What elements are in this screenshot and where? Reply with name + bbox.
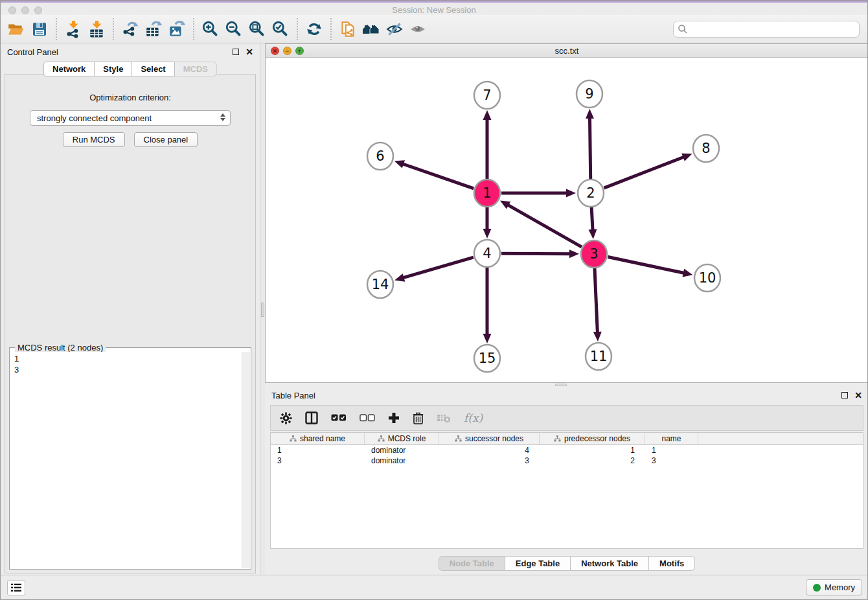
import-table-button[interactable]: [85, 17, 108, 41]
float-panel-icon[interactable]: [233, 49, 239, 55]
tab-mcds[interactable]: MCDS: [175, 62, 217, 76]
splitter-grip[interactable]: [555, 384, 567, 386]
tab-edge-table[interactable]: Edge Table: [505, 556, 571, 571]
export-network-icon: [121, 20, 139, 38]
unselect-all-columns-button[interactable]: [360, 414, 375, 422]
graph-node-15[interactable]: 15: [474, 345, 500, 372]
graph-node-11[interactable]: 11: [586, 343, 611, 370]
select-all-columns-button[interactable]: [331, 414, 347, 422]
zoom-selected-button[interactable]: [269, 17, 292, 41]
graph-edge-2-3[interactable]: [588, 207, 597, 239]
run-mcds-button[interactable]: Run MCDS: [63, 132, 125, 147]
create-column-button[interactable]: [388, 412, 400, 424]
memory-label: Memory: [825, 583, 855, 592]
task-history-button[interactable]: [7, 580, 25, 595]
show-columns-button[interactable]: [305, 411, 318, 424]
mcds-result-scrollbar[interactable]: [242, 352, 250, 568]
graph-node-10[interactable]: 10: [694, 264, 720, 292]
new-network-from-selection-button[interactable]: [336, 17, 360, 41]
tab-network-table[interactable]: Network Table: [571, 556, 649, 571]
tab-motifs[interactable]: Motifs: [649, 556, 695, 571]
table-tabs: Node Table Edge Table Network Table Moti…: [265, 556, 868, 571]
status-bar: Memory: [1, 575, 867, 599]
tab-network[interactable]: Network: [43, 62, 95, 76]
graph-edge-4-3[interactable]: [501, 249, 579, 258]
mcds-result-item[interactable]: 3: [14, 364, 238, 375]
table-row[interactable]: 3dominator323: [271, 456, 863, 466]
search-input[interactable]: [673, 21, 860, 38]
memory-button[interactable]: Memory: [806, 579, 862, 595]
column-header-successor-nodes[interactable]: successor nodes: [439, 433, 540, 444]
open-file-button[interactable]: [5, 17, 28, 41]
graph-edge-4-15[interactable]: [483, 268, 492, 343]
toolbar-separator: [56, 18, 57, 40]
tab-style[interactable]: Style: [95, 62, 132, 76]
graph-node-6[interactable]: 6: [367, 143, 393, 170]
column-header-MCDS-role[interactable]: MCDS role: [365, 433, 439, 444]
save-session-button[interactable]: [28, 17, 51, 41]
graph-node-14[interactable]: 14: [367, 271, 393, 298]
table-cell: 3: [439, 456, 540, 466]
graph-edge-3-1[interactable]: [500, 200, 582, 247]
table-row[interactable]: 1dominator411: [271, 445, 863, 456]
hide-selected-button[interactable]: [383, 17, 406, 41]
graph-edge-2-8[interactable]: [604, 154, 692, 188]
export-network-button[interactable]: [119, 17, 142, 41]
import-table-icon: [87, 20, 106, 38]
criterion-dropdown[interactable]: strongly connected component: [30, 110, 231, 126]
graph-edge-2-9[interactable]: [586, 109, 594, 179]
mcds-result-list[interactable]: 13: [10, 352, 242, 568]
refresh-button[interactable]: [303, 17, 326, 41]
table-settings-button[interactable]: [280, 412, 292, 424]
graph-edge-1-6[interactable]: [394, 160, 474, 189]
graph-node-1[interactable]: 1: [474, 179, 500, 207]
graph-edge-3-11[interactable]: [593, 268, 602, 341]
network-window-titlebar[interactable]: ✕ − + scc.txt: [266, 44, 868, 58]
export-table-button[interactable]: [142, 17, 165, 41]
export-image-button[interactable]: [165, 17, 188, 41]
gear-icon: [280, 412, 292, 424]
zoom-fit-button[interactable]: [246, 17, 269, 41]
graph-node-4[interactable]: 4: [474, 240, 500, 267]
close-panel-icon[interactable]: ✕: [246, 49, 253, 55]
import-network-button[interactable]: [62, 17, 85, 41]
show-all-button[interactable]: [406, 17, 429, 41]
tab-node-table[interactable]: Node Table: [439, 556, 505, 571]
dropdown-stepper-icon: [220, 113, 225, 121]
column-header-shared-name[interactable]: shared name: [271, 433, 365, 444]
graph-edge-1-4[interactable]: [483, 207, 492, 238]
zoom-in-button[interactable]: [199, 17, 222, 41]
export-image-icon: [168, 20, 186, 38]
graph-node-2[interactable]: 2: [578, 179, 604, 207]
graph-edge-1-2[interactable]: [501, 189, 576, 198]
table-cell: 3: [645, 456, 698, 466]
node-label: 6: [376, 148, 384, 164]
column-header-label: predecessor nodes: [564, 434, 630, 443]
graph-edge-1-7[interactable]: [483, 110, 492, 179]
list-icon: [10, 583, 22, 593]
refresh-icon: [305, 20, 323, 38]
tab-select[interactable]: Select: [132, 62, 174, 76]
network-canvas[interactable]: 7968124314101511: [266, 58, 868, 382]
columns-icon: [305, 411, 318, 424]
zoom-selected-icon: [271, 20, 290, 38]
graph-edge-4-14[interactable]: [394, 257, 474, 281]
close-panel-button[interactable]: Close panel: [134, 132, 198, 147]
splitter-grip[interactable]: [261, 303, 264, 317]
graph-edge-3-10[interactable]: [608, 257, 693, 277]
graph-node-8[interactable]: 8: [693, 135, 719, 162]
mcds-result-item[interactable]: 1: [14, 353, 238, 364]
close-panel-icon[interactable]: ✕: [854, 392, 862, 398]
float-panel-icon[interactable]: [841, 392, 848, 398]
graph-node-7[interactable]: 7: [474, 82, 500, 109]
graph-node-3[interactable]: 3: [581, 240, 607, 268]
home-button[interactable]: [360, 17, 383, 41]
zoom-out-button[interactable]: [222, 17, 246, 41]
column-header-name[interactable]: name: [645, 433, 698, 444]
zoom-out-icon: [225, 20, 243, 38]
graph-node-9[interactable]: 9: [577, 80, 602, 108]
column-header-predecessor-nodes[interactable]: predecessor nodes: [540, 433, 645, 444]
vertical-splitter[interactable]: [260, 43, 265, 576]
node-label: 4: [483, 246, 491, 261]
delete-column-button[interactable]: [413, 412, 424, 424]
